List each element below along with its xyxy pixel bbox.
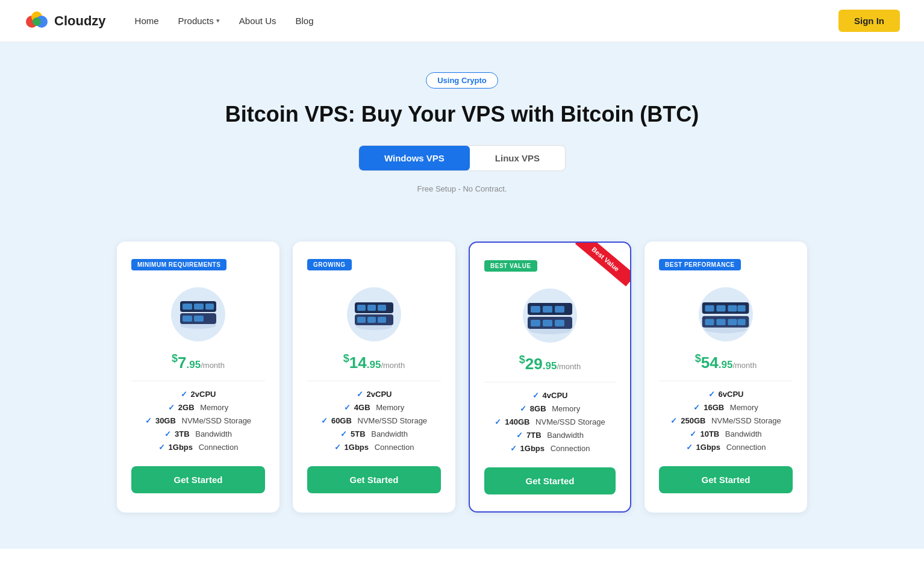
price-4: $54.95/month bbox=[659, 352, 793, 372]
free-setup-text: Free Setup - No Contract. bbox=[12, 184, 912, 193]
svg-rect-20 bbox=[378, 305, 386, 311]
svg-rect-6 bbox=[183, 316, 192, 322]
price-3: $29.95/month bbox=[484, 354, 616, 373]
get-started-button-3[interactable]: Get Started bbox=[484, 467, 616, 494]
linux-vps-tab[interactable]: Linux VPS bbox=[470, 146, 565, 170]
svg-rect-24 bbox=[543, 320, 552, 326]
pricing-section: MINIMUM REQUIREMENTS $7.95/ bbox=[0, 229, 924, 549]
get-started-button-4[interactable]: Get Started bbox=[659, 466, 793, 493]
svg-rect-29 bbox=[555, 306, 564, 313]
best-value-ribbon: Best Value bbox=[575, 243, 630, 287]
svg-rect-38 bbox=[716, 305, 725, 311]
server-image-4 bbox=[659, 287, 793, 341]
svg-rect-27 bbox=[531, 306, 540, 313]
svg-point-3 bbox=[33, 17, 41, 26]
plan-badge-2: GROWING bbox=[307, 259, 352, 270]
svg-rect-34 bbox=[728, 319, 737, 325]
server-image-1 bbox=[131, 287, 265, 341]
cloudzy-logo-icon bbox=[24, 8, 49, 34]
svg-rect-35 bbox=[737, 319, 745, 325]
get-started-button-1[interactable]: Get Started bbox=[131, 466, 265, 493]
plan-badge-1: MINIMUM REQUIREMENTS bbox=[131, 259, 226, 270]
svg-rect-37 bbox=[705, 305, 714, 311]
plan-badge-3: BEST VALUE bbox=[484, 260, 537, 272]
svg-rect-32 bbox=[705, 319, 714, 325]
svg-rect-28 bbox=[543, 306, 552, 313]
pricing-card-3: Best Value BEST VALUE bbox=[469, 242, 631, 513]
nav-products[interactable]: Products ▾ bbox=[178, 16, 220, 26]
features-4: ✓6vCPU ✓16GB Memory ✓250GB NVMe/SSD Stor… bbox=[659, 390, 793, 452]
crypto-badge: Using Crypto bbox=[426, 72, 498, 89]
pricing-cards: MINIMUM REQUIREMENTS $7.95/ bbox=[24, 242, 900, 513]
navbar: Cloudzy Home Products ▾ About Us Blog Si… bbox=[0, 0, 924, 42]
price-1: $7.95/month bbox=[131, 352, 265, 372]
nav-home[interactable]: Home bbox=[135, 16, 159, 26]
svg-rect-10 bbox=[194, 304, 204, 310]
pricing-card-2: GROWING $14.95 bbox=[293, 242, 455, 513]
price-2: $14.95/month bbox=[307, 352, 441, 372]
svg-rect-14 bbox=[357, 317, 366, 323]
vps-toggle: Windows VPS Linux VPS bbox=[358, 145, 566, 171]
hero-section: Using Crypto Bitcoin VPS: Buy Your VPS w… bbox=[0, 42, 924, 229]
signin-button[interactable]: Sign In bbox=[838, 10, 900, 32]
svg-rect-18 bbox=[357, 305, 366, 311]
nav-blog[interactable]: Blog bbox=[295, 16, 313, 26]
server-icon-3 bbox=[523, 294, 577, 337]
pricing-card-4: BEST PERFORMANCE bbox=[645, 242, 807, 513]
logo-text: Cloudzy bbox=[54, 13, 106, 29]
svg-rect-9 bbox=[183, 304, 192, 310]
features-3: ✓4vCPU ✓8GB Memory ✓140GB NVMe/SSD Stora… bbox=[484, 391, 616, 453]
svg-rect-15 bbox=[367, 317, 376, 323]
svg-rect-7 bbox=[194, 316, 204, 322]
svg-rect-23 bbox=[531, 320, 540, 326]
nav-links: Home Products ▾ About Us Blog bbox=[135, 16, 838, 26]
features-1: ✓2vCPU ✓2GB Memory ✓30GB NVMe/SSD Storag… bbox=[131, 390, 265, 452]
svg-rect-25 bbox=[555, 320, 564, 326]
windows-vps-tab[interactable]: Windows VPS bbox=[359, 146, 470, 170]
server-icon-2 bbox=[350, 295, 398, 334]
server-icon-1 bbox=[174, 295, 222, 334]
svg-rect-39 bbox=[728, 305, 737, 311]
server-image-2 bbox=[307, 287, 441, 341]
svg-rect-16 bbox=[378, 317, 386, 323]
get-started-button-2[interactable]: Get Started bbox=[307, 466, 441, 493]
chevron-down-icon: ▾ bbox=[216, 17, 220, 25]
svg-rect-19 bbox=[367, 305, 376, 311]
features-2: ✓2vCPU ✓4GB Memory ✓60GB NVMe/SSD Storag… bbox=[307, 390, 441, 452]
plan-badge-4: BEST PERFORMANCE bbox=[659, 259, 741, 270]
hero-title: Bitcoin VPS: Buy Your VPS with Bitcoin (… bbox=[12, 102, 912, 127]
svg-rect-11 bbox=[205, 304, 214, 310]
nav-about[interactable]: About Us bbox=[239, 16, 276, 26]
svg-rect-33 bbox=[716, 319, 725, 325]
server-icon-4 bbox=[699, 291, 753, 338]
svg-rect-40 bbox=[737, 305, 745, 311]
logo[interactable]: Cloudzy bbox=[24, 8, 106, 34]
pricing-card-1: MINIMUM REQUIREMENTS $7.95/ bbox=[117, 242, 279, 513]
